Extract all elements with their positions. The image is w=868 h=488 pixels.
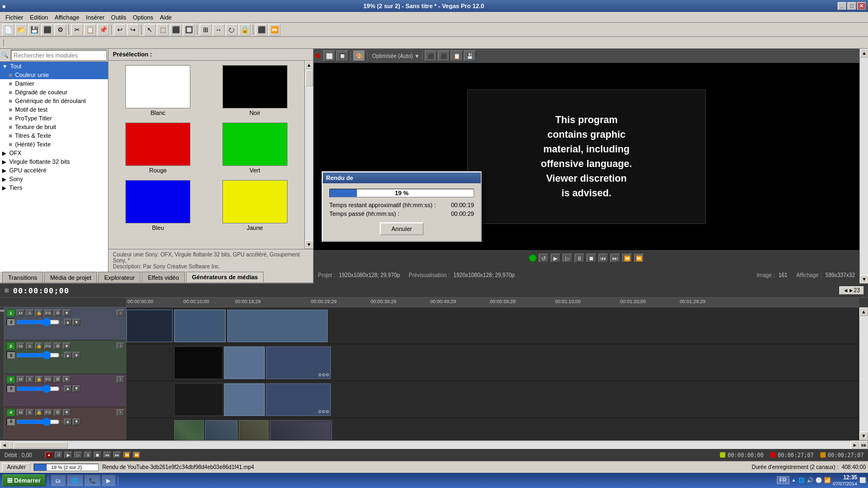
menu-options[interactable]: Options xyxy=(130,13,157,22)
track-4-arrow-down[interactable]: ▼ xyxy=(73,419,80,425)
track-3-arrow-up[interactable]: ▲ xyxy=(64,386,72,392)
track-4-solo[interactable]: S xyxy=(26,409,34,416)
track-4-mute[interactable]: M xyxy=(17,409,24,416)
paste-btn[interactable]: 📌 xyxy=(97,24,109,36)
taskbar-app-explorer[interactable]: 🗂 xyxy=(50,474,66,486)
tree-item-sony[interactable]: ▶ Sony xyxy=(0,175,108,183)
menu-fichier[interactable]: Fichier xyxy=(2,13,27,22)
loop-btn2[interactable]: ↺ xyxy=(539,254,548,262)
hscroll-track[interactable] xyxy=(13,441,851,449)
tree-item-herite[interactable]: ■ (Hérité) Texte xyxy=(0,140,108,149)
properties-btn[interactable]: ⚙ xyxy=(54,24,66,36)
snap-btn[interactable]: ⊞ xyxy=(200,24,212,36)
clip-2-2[interactable] xyxy=(224,346,265,379)
transport-prev-frame[interactable]: ⏪ xyxy=(123,452,131,458)
undo-btn[interactable]: ↩ xyxy=(114,24,126,36)
tab-explorateur[interactable]: Explorateur xyxy=(98,272,141,282)
copy-btn[interactable]: 📋 xyxy=(84,24,96,36)
hscroll-end[interactable]: ⏭ xyxy=(859,441,868,450)
tree-item-ofx[interactable]: ▶ OFX xyxy=(0,149,108,157)
preset-vert[interactable]: Vert xyxy=(210,123,301,174)
tree-item-tout[interactable]: ▼ Tout xyxy=(0,62,108,70)
track-1-arrow-down[interactable]: ▼ xyxy=(73,319,80,325)
track-1-fx[interactable]: FX xyxy=(44,310,52,316)
track-1-num[interactable]: 1 xyxy=(7,309,15,317)
hscroll-left[interactable]: ◄ xyxy=(0,441,9,450)
track-3-lock[interactable]: 🔒 xyxy=(35,376,43,383)
play-stop-btn[interactable]: ▶ xyxy=(551,254,560,262)
menu-outils[interactable]: Outils xyxy=(108,13,130,22)
tool2-btn[interactable]: ⬚ xyxy=(157,24,169,36)
split-btn[interactable]: ⬜ xyxy=(323,50,335,61)
preview-copy-btn[interactable]: 📋 xyxy=(451,50,463,61)
track-2-more[interactable]: ! xyxy=(117,343,124,349)
track-4-pause[interactable]: ⏸ xyxy=(7,418,15,426)
right-scrollbar[interactable]: ▲ ▼ xyxy=(859,49,868,284)
scroll-right-down[interactable]: ▼ xyxy=(860,275,868,284)
track-4-arrow-up[interactable]: ▲ xyxy=(64,419,72,425)
timeline-scroll-up[interactable]: ▲ xyxy=(859,307,868,316)
clip-4-3[interactable] xyxy=(239,420,269,440)
scroll-up-btn[interactable]: ▲ xyxy=(305,61,314,69)
track-1-arrow-up[interactable]: ▲ xyxy=(64,319,72,325)
render-btn[interactable]: ⬛ xyxy=(41,24,53,36)
clip-2-3[interactable]: ⚙⚙⚙ xyxy=(266,346,331,379)
transport-start[interactable]: ⏮ xyxy=(104,452,111,458)
close-btn[interactable]: ✕ xyxy=(857,2,866,10)
track-1-more[interactable]: ! xyxy=(117,310,124,316)
scroll-right-track[interactable] xyxy=(860,57,868,275)
timeline-vscroll[interactable]: ▲ ▼ xyxy=(859,307,868,440)
clip-4-2[interactable] xyxy=(205,420,238,440)
preset-bleu[interactable]: Bleu xyxy=(113,180,203,231)
transport-end[interactable]: ⏭ xyxy=(113,452,121,458)
transport-record[interactable]: ● xyxy=(45,452,53,458)
preset-blanc[interactable]: Blanc xyxy=(113,65,203,116)
status-cancel-btn[interactable]: Annuler xyxy=(2,463,30,472)
track-4-num[interactable]: 4 xyxy=(7,409,15,416)
stop-btn[interactable]: ⏹ xyxy=(586,254,596,262)
loop-btn[interactable]: ⭮ xyxy=(226,24,238,36)
transport-next-frame[interactable]: ⏩ xyxy=(133,452,141,458)
track-2-arrow-down[interactable]: ▼ xyxy=(73,352,80,358)
lang-btn[interactable]: FR xyxy=(777,476,789,484)
next-frame-btn[interactable]: ⏩ xyxy=(634,254,644,262)
start-button[interactable]: ⊞ Démarrer xyxy=(2,474,46,486)
track-3-fx[interactable]: FX xyxy=(44,376,52,383)
track-4-settings[interactable]: ⚙ xyxy=(54,409,61,416)
clip-1-3[interactable] xyxy=(227,310,328,342)
transport-play-stop[interactable]: ▶ xyxy=(65,452,72,458)
transport-loop[interactable]: ↺ xyxy=(55,452,62,458)
lock-btn[interactable]: 🔒 xyxy=(239,24,251,36)
tree-item-protype[interactable]: ■ ProType Titler xyxy=(0,114,108,123)
clip-1-1[interactable] xyxy=(126,310,173,342)
track-2-vol-slider[interactable] xyxy=(16,353,60,357)
cut-btn[interactable]: ✂ xyxy=(71,24,83,36)
timeline-scroll-down[interactable]: ▼ xyxy=(859,432,868,440)
track-4-lock[interactable]: 🔒 xyxy=(35,409,43,416)
track-1-settings[interactable]: ⚙ xyxy=(54,310,61,316)
track-1-solo[interactable]: S xyxy=(26,310,34,316)
clip-3-1[interactable] xyxy=(174,383,223,416)
preview-save-btn[interactable]: 💾 xyxy=(464,50,476,61)
track-3-num[interactable]: 3 xyxy=(7,376,15,383)
track-2-num[interactable]: 2 xyxy=(7,342,15,350)
show-desktop-icon[interactable]: ⬜ xyxy=(859,477,866,483)
scroll-down-btn[interactable]: ▼ xyxy=(305,240,314,249)
transport-pause[interactable]: ⏸ xyxy=(84,452,92,458)
track-2-fx[interactable]: FX xyxy=(44,343,52,349)
maximize-btn[interactable]: □ xyxy=(847,2,856,10)
tool3-btn[interactable]: ⬛ xyxy=(170,24,182,36)
tree-item-titres[interactable]: ■ Titres & Texte xyxy=(0,131,108,140)
tab-transitions[interactable]: Transitions xyxy=(2,272,43,282)
clip-1-2[interactable] xyxy=(174,310,226,342)
ripple-btn[interactable]: ↔ xyxy=(213,24,225,36)
track-3-settings[interactable]: ⚙ xyxy=(54,376,61,383)
transport-stop[interactable]: ⏹ xyxy=(94,452,101,458)
clip-3-2[interactable] xyxy=(224,383,265,416)
minimize-btn[interactable]: _ xyxy=(838,2,846,10)
save-btn[interactable]: 💾 xyxy=(28,24,40,36)
scroll-right-up[interactable]: ▲ xyxy=(860,49,868,57)
preset-noir[interactable]: Noir xyxy=(210,65,301,116)
track-2-lock[interactable]: 🔒 xyxy=(35,343,43,349)
track-1-mute[interactable]: M xyxy=(17,310,24,316)
